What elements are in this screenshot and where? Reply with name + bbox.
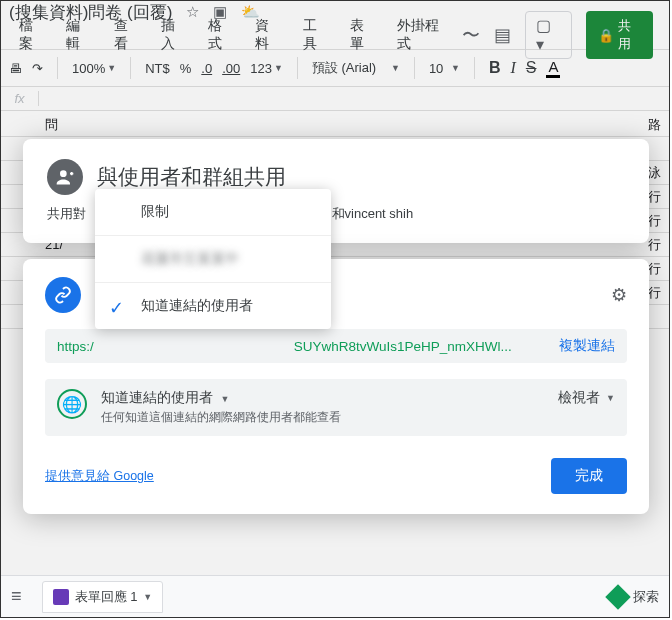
gear-icon[interactable]: ⚙ bbox=[611, 284, 627, 306]
done-button[interactable]: 完成 bbox=[551, 458, 627, 494]
explore-icon bbox=[605, 584, 630, 609]
all-sheets-icon[interactable]: ≡ bbox=[11, 586, 22, 607]
role-select[interactable]: 檢視者 ▼ bbox=[558, 389, 615, 407]
explore-button[interactable]: 探索 bbox=[609, 588, 659, 606]
form-icon bbox=[53, 589, 69, 605]
chevron-down-icon[interactable]: ▼ bbox=[143, 592, 152, 602]
share-url[interactable]: https:/SUYwhR8tvWuIs1PeHP_nmXHWl... bbox=[57, 339, 547, 354]
link-icon bbox=[45, 277, 81, 313]
scope-option-restricted[interactable]: 限制 bbox=[95, 189, 331, 236]
scope-option-anyone[interactable]: ✓ 知道連結的使用者 bbox=[95, 283, 331, 329]
sheet-tab-bar: ≡ 表單回應 1 ▼ 探索 bbox=[1, 575, 669, 617]
scope-select[interactable]: 知道連結的使用者 ▼ bbox=[101, 389, 341, 407]
copy-link-button[interactable]: 複製連結 bbox=[559, 337, 615, 355]
globe-icon: 🌐 bbox=[57, 389, 87, 419]
scope-option-org[interactable]: 花蓮市立某某中 bbox=[95, 236, 331, 283]
check-icon: ✓ bbox=[109, 297, 124, 319]
scope-description: 任何知道這個連結的網際網路使用者都能查看 bbox=[101, 409, 341, 426]
scope-dropdown: 限制 花蓮市立某某中 ✓ 知道連結的使用者 bbox=[95, 189, 331, 329]
feedback-link[interactable]: 提供意見給 Google bbox=[45, 468, 154, 485]
svg-point-0 bbox=[60, 170, 67, 177]
person-add-icon bbox=[47, 159, 83, 195]
share-dialog-title: 與使用者和群組共用 bbox=[97, 163, 286, 191]
sheet-tab[interactable]: 表單回應 1 ▼ bbox=[42, 581, 164, 613]
